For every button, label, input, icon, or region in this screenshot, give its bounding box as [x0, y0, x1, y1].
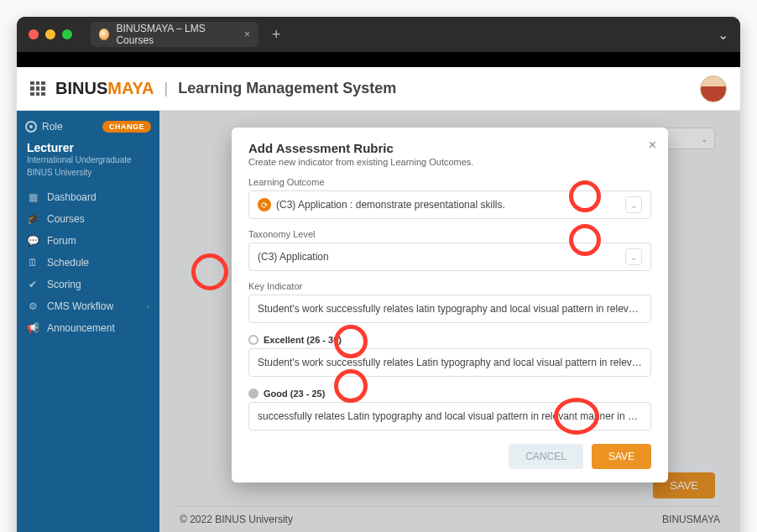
sidebar-item-label: Dashboard — [47, 191, 97, 203]
modal-actions: CANCEL SAVE — [248, 444, 651, 469]
level-excellent-input[interactable] — [248, 348, 651, 377]
sidebar-item-schedule[interactable]: 🗓 Schedule — [17, 252, 159, 274]
sidebar-item-announcement[interactable]: 📢 Announcement — [17, 317, 159, 339]
logo-suffix: MAYA — [107, 79, 154, 97]
sidebar-menu: ▦ Dashboard 🎓 Courses 💬 Forum 🗓 Schedule — [17, 186, 159, 339]
level-good-input[interactable] — [248, 402, 651, 430]
learning-outcome-select[interactable]: ⟳ (C3) Application : demonstrate present… — [248, 190, 651, 219]
change-role-button[interactable]: CHANGE — [102, 121, 151, 133]
chevron-down-icon: ⌄ — [625, 248, 642, 265]
body: Role CHANGE Lecturer International Under… — [17, 111, 740, 532]
modal-title: Add Assessment Rubric — [248, 141, 651, 155]
dashboard-icon: ▦ — [27, 191, 39, 203]
radio-icon — [248, 335, 258, 345]
sidebar-item-label: Courses — [47, 213, 85, 225]
main-content: ⌄ SAVE © 2022 BINUS University BINUSMAYA… — [159, 111, 740, 532]
zoom-window-icon[interactable] — [62, 29, 72, 39]
key-indicator-input[interactable] — [248, 295, 651, 323]
new-tab-button[interactable]: + — [272, 26, 281, 44]
radio-icon — [248, 389, 258, 399]
modal-overlay: × Add Assessment Rubric Create new indic… — [159, 111, 740, 532]
level-label: Good (23 - 25) — [264, 389, 325, 399]
taxonomy-level-label: Taxonomy Level — [248, 229, 651, 239]
taxonomy-level-value: (C3) Application — [258, 251, 625, 263]
learning-outcome-label: Learning Outcome — [248, 177, 651, 187]
sidebar-item-cms-workflow[interactable]: ⚙ CMS Workflow ‹ — [17, 295, 159, 317]
save-button[interactable]: SAVE — [592, 444, 651, 469]
level-excellent-radio[interactable]: Excellent (26 - 30) — [248, 335, 651, 345]
role-row: Role CHANGE — [17, 116, 159, 138]
page-title: Learning Management System — [178, 80, 396, 97]
modal-close-button[interactable]: × — [649, 138, 656, 153]
tab-title: BINUSMAYA – LMS Courses — [116, 23, 231, 46]
modal-add-assessment-rubric: × Add Assessment Rubric Create new indic… — [232, 128, 668, 482]
sidebar-item-label: Forum — [47, 235, 76, 247]
window-controls — [29, 29, 72, 39]
header-divider: | — [164, 80, 168, 97]
level-good-radio[interactable]: Good (23 - 25) — [248, 389, 651, 399]
schedule-icon: 🗓 — [27, 257, 39, 269]
apps-grid-icon[interactable] — [30, 81, 45, 96]
chevron-down-icon: ⌄ — [625, 196, 642, 213]
key-indicator-label: Key Indicator — [248, 281, 651, 291]
sidebar-item-label: CMS Workflow — [47, 300, 113, 312]
sidebar-item-scoring[interactable]: ✔ Scoring — [17, 274, 159, 295]
courses-icon: 🎓 — [27, 213, 39, 225]
role-subtitle-2: BINUS University — [17, 167, 159, 180]
learning-outcome-value: (C3) Application : demonstrate presentat… — [276, 199, 625, 211]
level-label: Excellent (26 - 30) — [264, 335, 342, 345]
lo-chip-icon: ⟳ — [258, 198, 271, 211]
close-window-icon[interactable] — [29, 29, 39, 39]
browser-window: BINUSMAYA – LMS Courses × + ⌄ BINUSMAYA … — [17, 17, 740, 532]
browser-tab[interactable]: BINUSMAYA – LMS Courses × — [91, 22, 258, 47]
cancel-button[interactable]: CANCEL — [509, 444, 583, 469]
sidebar-item-forum[interactable]: 💬 Forum — [17, 230, 159, 252]
sidebar-item-dashboard[interactable]: ▦ Dashboard — [17, 186, 159, 208]
forum-icon: 💬 — [27, 235, 39, 247]
topbar: BINUSMAYA | Learning Management System — [17, 67, 740, 111]
workflow-icon: ⚙ — [27, 300, 39, 312]
avatar[interactable] — [700, 76, 727, 102]
scoring-icon: ✔ — [27, 279, 39, 290]
minimize-window-icon[interactable] — [45, 29, 55, 39]
logo-prefix: BINUS — [55, 79, 107, 97]
role-name: Lecturer — [17, 138, 159, 154]
chevron-left-icon: ‹ — [147, 303, 149, 310]
role-label: Role — [42, 121, 63, 133]
sidebar-item-courses[interactable]: 🎓 Courses — [17, 208, 159, 230]
sidebar-item-label: Announcement — [47, 322, 115, 334]
role-icon — [25, 121, 37, 133]
app: BINUSMAYA | Learning Management System R… — [17, 67, 740, 532]
address-bar-strip — [17, 52, 740, 67]
sidebar-item-label: Schedule — [47, 257, 89, 269]
tab-close-icon[interactable]: × — [244, 29, 250, 40]
sidebar: Role CHANGE Lecturer International Under… — [17, 111, 159, 532]
announcement-icon: 📢 — [27, 322, 39, 334]
taxonomy-level-select[interactable]: (C3) Application ⌄ — [248, 243, 651, 271]
titlebar: BINUSMAYA – LMS Courses × + ⌄ — [17, 17, 740, 52]
role-subtitle-1: International Undergraduate — [17, 154, 159, 167]
sidebar-item-label: Scoring — [47, 279, 81, 290]
logo: BINUSMAYA — [55, 79, 154, 98]
window-chevron-icon[interactable]: ⌄ — [718, 27, 728, 43]
modal-subtitle: Create new indicator from existing Learn… — [248, 157, 651, 167]
favicon-icon — [99, 29, 109, 40]
